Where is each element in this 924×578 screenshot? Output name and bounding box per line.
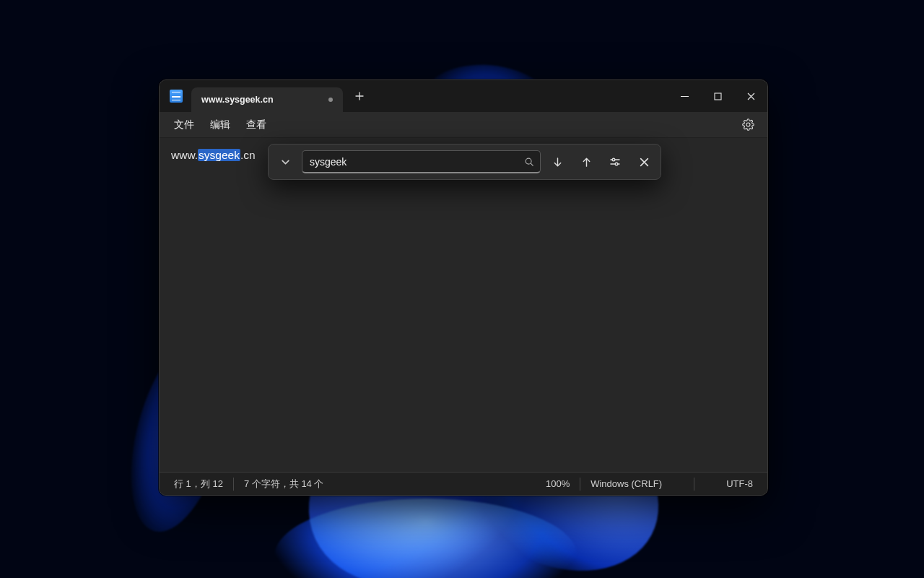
notepad-app-icon	[170, 90, 183, 103]
status-line-ending[interactable]: Windows (CRLF)	[590, 478, 662, 489]
expand-replace-button[interactable]	[273, 150, 297, 174]
statusbar: 行 1，列 12 7 个字符，共 14 个 100% Windows (CRLF…	[160, 472, 767, 495]
statusbar-separator	[233, 478, 234, 491]
find-close-button[interactable]	[632, 150, 656, 174]
editor-text-highlighted: sysgeek	[198, 149, 240, 161]
search-icon	[524, 157, 534, 167]
svg-point-3	[615, 163, 618, 165]
sliders-icon	[609, 156, 621, 168]
document-tab[interactable]: www.sysgeek.cn	[191, 87, 343, 112]
new-tab-button[interactable]	[349, 85, 370, 107]
statusbar-separator	[580, 478, 580, 491]
find-panel	[268, 144, 661, 180]
close-icon	[640, 158, 649, 167]
svg-rect-0	[715, 93, 721, 100]
find-input[interactable]	[310, 156, 524, 168]
window-controls	[668, 80, 767, 112]
find-previous-button[interactable]	[574, 150, 598, 174]
tab-modified-dot-icon	[328, 98, 333, 102]
find-next-button[interactable]	[545, 150, 570, 174]
svg-point-2	[612, 158, 615, 161]
status-position[interactable]: 行 1，列 12	[174, 478, 223, 491]
close-button[interactable]	[734, 80, 767, 112]
tab-title: www.sysgeek.cn	[201, 95, 274, 105]
editor-area[interactable]: www.sysgeek.cn	[160, 138, 767, 472]
gear-icon	[742, 118, 754, 131]
menubar: 文件 编辑 查看	[160, 112, 767, 138]
titlebar: www.sysgeek.cn	[160, 80, 767, 112]
arrow-up-icon	[581, 157, 592, 168]
editor-text-after: .cn	[240, 149, 256, 161]
find-options-button[interactable]	[603, 150, 627, 174]
statusbar-separator	[694, 478, 694, 491]
chevron-down-icon	[281, 158, 290, 167]
maximize-button[interactable]	[701, 80, 734, 112]
settings-button[interactable]	[737, 114, 759, 136]
find-input-wrap	[302, 150, 541, 173]
menu-edit[interactable]: 编辑	[204, 114, 236, 136]
menu-view[interactable]: 查看	[240, 114, 272, 136]
minimize-button[interactable]	[668, 80, 701, 112]
arrow-down-icon	[552, 157, 563, 168]
status-encoding[interactable]: UTF-8	[726, 478, 753, 489]
status-zoom[interactable]: 100%	[546, 478, 570, 489]
menu-file[interactable]: 文件	[168, 114, 200, 136]
status-selection: 7 个字符，共 14 个	[244, 478, 324, 491]
notepad-window: www.sysgeek.cn 文件 编辑 查看	[159, 79, 768, 496]
editor-text-before: www.	[171, 149, 198, 161]
